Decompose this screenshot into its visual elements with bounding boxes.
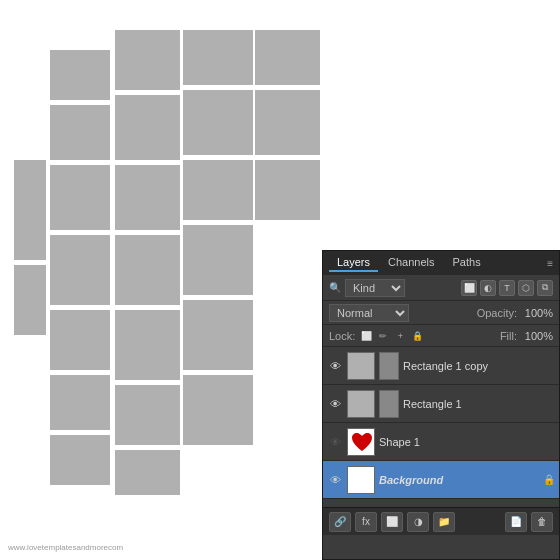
delete-layer-btn[interactable]: 🗑 xyxy=(531,512,553,532)
filter-shape-btn[interactable]: ⬡ xyxy=(518,280,534,296)
lock-row: Lock: ⬜ ✏ + 🔒 Fill: 100% xyxy=(323,325,559,347)
layer-mask-rect1 xyxy=(379,390,399,418)
layer-name-rect1copy: Rectangle 1 copy xyxy=(403,360,555,372)
panel-tabs: Layers Channels Paths ≡ xyxy=(323,251,559,275)
opacity-value: 100% xyxy=(521,307,553,319)
new-group-btn[interactable]: 📁 xyxy=(433,512,455,532)
layer-rect1[interactable]: 👁 Rectangle 1 xyxy=(323,385,559,423)
rect-14 xyxy=(115,450,180,495)
lock-position-btn[interactable]: ✏ xyxy=(376,329,390,343)
rect-6 xyxy=(50,375,110,430)
rect-21 xyxy=(255,30,320,85)
rect-15 xyxy=(183,30,253,85)
rect-8 xyxy=(115,30,180,90)
rect-10 xyxy=(115,165,180,230)
tab-paths[interactable]: Paths xyxy=(445,254,489,272)
filter-pixel-btn[interactable]: ⬜ xyxy=(461,280,477,296)
filter-adjust-btn[interactable]: ◐ xyxy=(480,280,496,296)
lock-artboard-btn[interactable]: + xyxy=(393,329,407,343)
layer-background[interactable]: 👁 Background 🔒 xyxy=(323,461,559,499)
rect-18 xyxy=(183,225,253,295)
fill-value: 100% xyxy=(521,330,553,342)
rect-19 xyxy=(183,300,253,370)
rect-20 xyxy=(183,375,253,445)
rect-9 xyxy=(115,95,180,160)
fx-btn[interactable]: fx xyxy=(355,512,377,532)
layer-list: 👁 Rectangle 1 copy 👁 Rectangle 1 👁 Shape… xyxy=(323,347,559,507)
rect-22 xyxy=(255,90,320,155)
layer-eye-shape1[interactable]: 👁 xyxy=(327,434,343,450)
rect-3 xyxy=(50,165,110,230)
rect-4 xyxy=(50,235,110,305)
layer-name-background: Background xyxy=(379,474,539,486)
tab-layers[interactable]: Layers xyxy=(329,254,378,272)
filter-type-btn[interactable]: T xyxy=(499,280,515,296)
layer-thumb-shape1 xyxy=(347,428,375,456)
layers-panel: Layers Channels Paths ≡ 🔍 Kind ⬜ ◐ T ⬡ ⧉… xyxy=(322,250,560,560)
rect-1 xyxy=(50,50,110,100)
layer-eye-background[interactable]: 👁 xyxy=(327,472,343,488)
filter-kind-select[interactable]: Kind xyxy=(345,279,405,297)
layer-thumb-rect1 xyxy=(347,390,375,418)
lock-all-btn[interactable]: 🔒 xyxy=(410,329,424,343)
rect-13 xyxy=(115,385,180,445)
rect-11 xyxy=(115,235,180,305)
layer-shape1[interactable]: 👁 Shape 1 xyxy=(323,423,559,461)
watermark: www.lovetemplatesandmorecom xyxy=(8,543,123,552)
layer-thumb-rect1copy xyxy=(347,352,375,380)
rect-12 xyxy=(115,310,180,380)
lock-pixels-btn[interactable]: ⬜ xyxy=(359,329,373,343)
search-icon: 🔍 xyxy=(329,282,341,293)
fill-label: Fill: xyxy=(500,330,517,342)
rect-16 xyxy=(183,90,253,155)
adjustment-btn[interactable]: ◑ xyxy=(407,512,429,532)
layer-lock-background: 🔒 xyxy=(543,474,555,485)
layer-name-rect1: Rectangle 1 xyxy=(403,398,555,410)
blend-mode-select[interactable]: Normal xyxy=(329,304,409,322)
link-layers-btn[interactable]: 🔗 xyxy=(329,512,351,532)
blend-row: Normal Opacity: 100% xyxy=(323,301,559,325)
tab-channels[interactable]: Channels xyxy=(380,254,442,272)
panel-toolbar: 🔗 fx ⬜ ◑ 📁 📄 🗑 xyxy=(323,507,559,535)
layer-eye-rect1[interactable]: 👁 xyxy=(327,396,343,412)
rect-2 xyxy=(50,105,110,160)
panel-collapse-icon[interactable]: ≡ xyxy=(547,258,553,269)
filter-row: 🔍 Kind ⬜ ◐ T ⬡ ⧉ xyxy=(323,275,559,301)
lock-label: Lock: xyxy=(329,330,355,342)
opacity-label: Opacity: xyxy=(477,307,517,319)
rect-5 xyxy=(50,310,110,370)
rect-left-edge2 xyxy=(14,265,46,335)
layer-rect1copy[interactable]: 👁 Rectangle 1 copy xyxy=(323,347,559,385)
layer-name-shape1: Shape 1 xyxy=(379,436,555,448)
layer-thumb-background xyxy=(347,466,375,494)
layer-eye-rect1copy[interactable]: 👁 xyxy=(327,358,343,374)
mask-btn[interactable]: ⬜ xyxy=(381,512,403,532)
rect-7 xyxy=(50,435,110,485)
rect-left-edge xyxy=(14,160,46,260)
new-layer-btn[interactable]: 📄 xyxy=(505,512,527,532)
rect-23 xyxy=(255,160,320,220)
rect-17 xyxy=(183,160,253,220)
filter-smart-btn[interactable]: ⧉ xyxy=(537,280,553,296)
layer-mask-rect1copy xyxy=(379,352,399,380)
